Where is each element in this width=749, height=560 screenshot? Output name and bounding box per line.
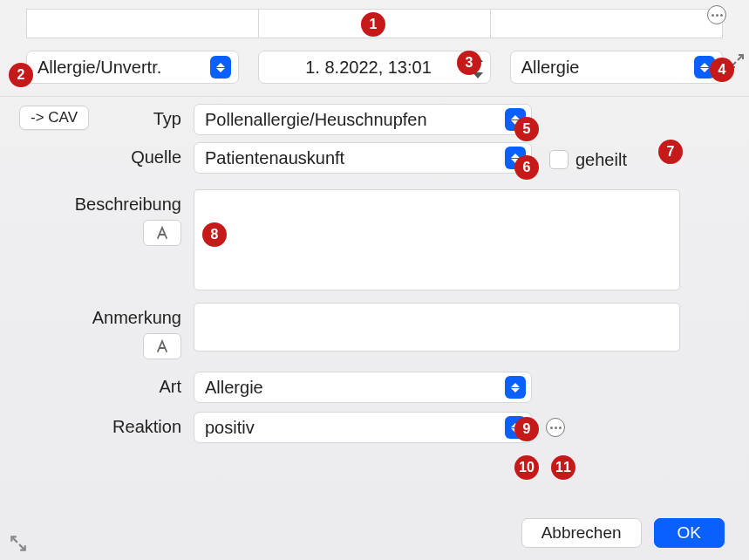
annotation-badge: 3	[457, 51, 481, 75]
date-time-value: 1. 8.2022, 13:01	[273, 58, 463, 78]
font-style-button[interactable]	[143, 333, 181, 359]
reaktion-select[interactable]: positiv	[194, 412, 532, 443]
quelle-label: Quelle	[19, 142, 194, 167]
font-icon	[154, 225, 170, 241]
header-cell-1[interactable]	[26, 9, 259, 38]
typ-select[interactable]: Pollenallergie/Heuschnupfen	[194, 104, 532, 135]
category-select-value: Allergie/Unvertr.	[37, 58, 210, 78]
typ-label: Typ	[19, 104, 194, 129]
font-style-button[interactable]	[143, 220, 181, 246]
annotation-badge: 11	[551, 455, 575, 480]
category-select[interactable]: Allergie/Unvertr.	[26, 51, 239, 84]
resize-handle-icon[interactable]	[9, 534, 28, 553]
anmerkung-textarea[interactable]	[194, 303, 680, 352]
more-options-icon[interactable]	[707, 5, 726, 24]
date-time-field[interactable]: 1. 8.2022, 13:01	[258, 51, 490, 84]
annotation-badge: 2	[9, 63, 33, 87]
annotation-badge: 4	[710, 58, 734, 82]
annotation-badge: 9	[514, 417, 539, 441]
anmerkung-label: Anmerkung	[92, 308, 181, 328]
geheilt-checkbox[interactable]	[549, 150, 569, 169]
ellipsis-icon	[550, 427, 562, 429]
annotation-badge: 6	[514, 155, 539, 180]
type-select-value: Allergie	[521, 58, 694, 78]
beschreibung-label: Beschreibung	[75, 195, 181, 215]
annotation-badge: 1	[361, 12, 385, 37]
reaktion-value: positiv	[205, 418, 505, 438]
annotation-badge: 5	[514, 117, 539, 141]
header-cell-3[interactable]	[491, 9, 723, 38]
typ-value: Pollenallergie/Heuschnupfen	[205, 110, 505, 130]
ok-button[interactable]: OK	[654, 518, 725, 548]
ellipsis-icon	[712, 14, 723, 17]
type-select[interactable]: Allergie	[510, 51, 723, 84]
annotation-badge: 10	[514, 455, 539, 480]
chevron-updown-icon	[210, 56, 231, 79]
annotation-badge: 7	[658, 140, 683, 164]
quelle-value: Patientenauskunft	[205, 148, 505, 168]
beschreibung-textarea[interactable]	[194, 189, 680, 290]
chevron-updown-icon	[505, 376, 526, 399]
geheilt-label: geheilt	[575, 150, 627, 170]
art-label: Art	[19, 372, 194, 397]
art-select[interactable]: Allergie	[194, 372, 532, 403]
reaktion-more-icon[interactable]	[546, 418, 565, 437]
art-value: Allergie	[205, 378, 505, 398]
reaktion-label: Reaktion	[19, 412, 194, 437]
cancel-button[interactable]: Abbrechen	[521, 518, 642, 548]
quelle-select[interactable]: Patientenauskunft	[194, 142, 532, 174]
font-icon	[154, 338, 170, 354]
annotation-badge: 8	[202, 222, 227, 247]
